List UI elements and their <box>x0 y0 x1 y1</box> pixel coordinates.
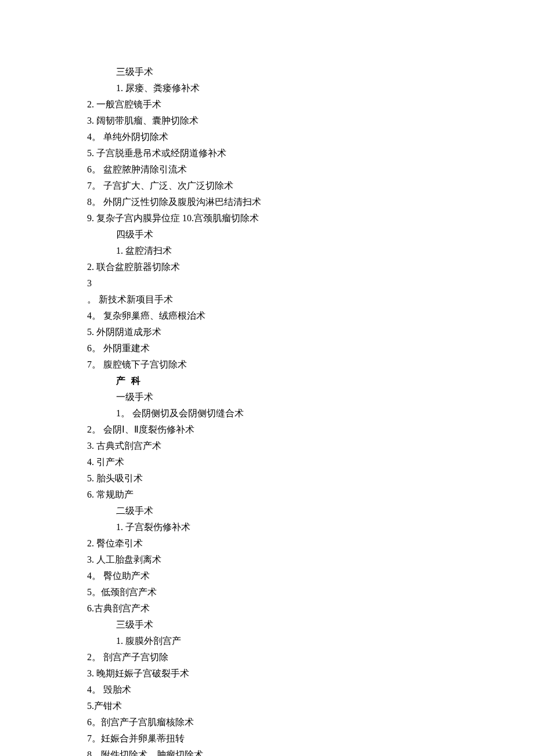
text-line: 。 新技术新项目手术 <box>87 291 534 308</box>
text-line: 3 <box>87 275 534 291</box>
text-line: 3. 晚期妊娠子宫破裂手术 <box>87 665 534 682</box>
text-line: 6. 常规助产 <box>87 487 534 503</box>
text-line: 1. 尿瘘、粪瘘修补术 <box>87 80 534 96</box>
text-line: 三级手术 <box>87 64 534 80</box>
text-line: 6.古典剖宫产术 <box>87 600 534 617</box>
text-line: 6。剖宫产子宫肌瘤核除术 <box>87 714 534 730</box>
text-line: 5。低颈剖宫产术 <box>87 584 534 600</box>
text-line: 9. 复杂子宫内膜异位症 10.宫颈肌瘤切除术 <box>87 210 534 226</box>
text-line: 8。附件切除术、肿瘤切除术 <box>87 747 534 756</box>
text-line: 2。 会阴Ⅰ、Ⅱ度裂伤修补术 <box>87 422 534 438</box>
text-line: 一级手术 <box>87 389 534 405</box>
text-line: 3. 人工胎盘剥离术 <box>87 552 534 568</box>
text-line: 7。 子宫扩大、广泛、次广泛切除术 <box>87 178 534 194</box>
text-line: 3. 阔韧带肌瘤、囊肿切除术 <box>87 113 534 129</box>
text-line: 5. 外阴阴道成形术 <box>87 324 534 340</box>
text-line: 4。 单纯外阴切除术 <box>87 129 534 145</box>
text-line: 2. 联合盆腔脏器切除术 <box>87 259 534 275</box>
text-line: 二级手术 <box>87 503 534 519</box>
text-line: 2. 一般宫腔镜手术 <box>87 96 534 113</box>
text-line: 6。 盆腔脓肿清除引流术 <box>87 161 534 178</box>
text-line: 1。 会阴侧切及会阴侧切缝合术 <box>87 405 534 422</box>
text-line: 1. 腹膜外剖宫产 <box>87 633 534 649</box>
text-line: 7。妊娠合并卵巢蒂扭转 <box>87 730 534 747</box>
text-line: 4。 毁胎术 <box>87 682 534 698</box>
text-line: 四级手术 <box>87 226 534 243</box>
text-line: 5. 子宫脱垂悬吊术或经阴道修补术 <box>87 145 534 161</box>
text-line: 3. 古典式剖宫产术 <box>87 438 534 454</box>
document-body: 三级手术1. 尿瘘、粪瘘修补术2. 一般宫腔镜手术3. 阔韧带肌瘤、囊肿切除术4… <box>87 64 534 756</box>
text-line: 4。 复杂卵巢癌、绒癌根治术 <box>87 308 534 324</box>
text-line: 产 科 <box>87 373 534 389</box>
text-line: 2. 臀位牵引术 <box>87 535 534 552</box>
text-line: 1. 子宫裂伤修补术 <box>87 519 534 535</box>
text-line: 5. 胎头吸引术 <box>87 470 534 487</box>
text-line: 8。 外阴广泛性切除及腹股沟淋巴结清扫术 <box>87 194 534 210</box>
text-line: 1. 盆腔清扫术 <box>87 243 534 259</box>
text-line: 4。 臀位助产术 <box>87 568 534 584</box>
text-line: 三级手术 <box>87 617 534 633</box>
text-line: 7。 腹腔镜下子宫切除术 <box>87 357 534 373</box>
text-line: 4. 引产术 <box>87 454 534 470</box>
text-line: 6。 外阴重建术 <box>87 340 534 357</box>
text-line: 2。 剖宫产子宫切除 <box>87 649 534 665</box>
text-line: 5.产钳术 <box>87 698 534 714</box>
